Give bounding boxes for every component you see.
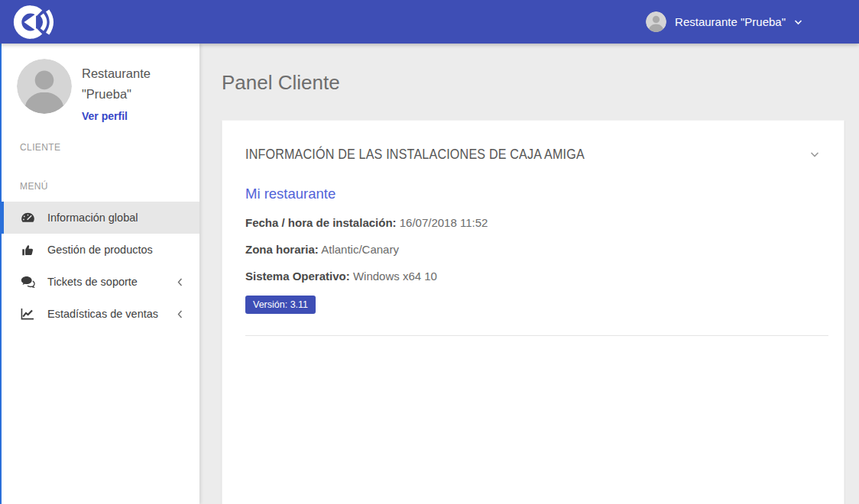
view-profile-link[interactable]: Ver perfil [82,110,128,122]
sidebar-item-informacion-global[interactable]: Información global [2,202,199,234]
topbar: Restaurante "Prueba" [0,0,859,44]
chevron-left-icon [177,310,183,318]
divider [245,335,828,336]
installations-card: INFORMACIÓN DE LAS INSTALACIONES DE CAJA… [222,120,844,504]
sidebar-item-label: Gestión de productos [47,244,183,256]
line-chart-icon [20,308,35,320]
section-label-cliente: CLIENTE [2,142,199,153]
sidebar-item-label: Tickets de soporte [47,276,177,288]
sidebar-profile: Restaurante "Prueba" Ver perfil [2,44,199,123]
sidebar-item-gestion-de-productos[interactable]: Gestión de productos [2,234,199,266]
sidebar-menu: Información global Gestión de productos … [2,202,199,330]
avatar [17,59,72,114]
thumbs-up-icon [20,244,35,257]
version-badge: Versión: 3.11 [245,296,316,314]
page-title: Panel Cliente [222,71,844,95]
chevron-down-icon [794,19,802,25]
avatar [646,11,666,32]
sidebar-item-label: Información global [47,212,183,224]
sidebar: Restaurante "Prueba" Ver perfil CLIENTE … [0,44,199,504]
field-install-datetime: Fecha / hora de instalación: 16/07/2018 … [245,216,821,229]
user-menu[interactable]: Restaurante "Prueba" [646,11,859,32]
dashboard-icon [20,212,35,224]
logo-icon [10,3,59,41]
field-value: 16/07/2018 11:52 [400,216,488,229]
section-label-menu: MENÚ [2,181,199,192]
field-timezone: Zona horaria: Atlantic/Canary [245,243,821,256]
field-value: Windows x64 10 [353,270,437,283]
field-value: Atlantic/Canary [321,243,399,256]
field-label: Zona horaria: [245,243,319,256]
chevron-down-icon [810,151,819,158]
restaurant-name-link[interactable]: Mi restaurante [245,186,335,202]
sidebar-item-label: Estadísticas de ventas [47,308,177,320]
topbar-user-name: Restaurante "Prueba" [675,15,786,28]
caja-amiga-logo[interactable] [0,3,59,41]
field-os: Sistema Operativo: Windows x64 10 [245,270,821,283]
chevron-left-icon [177,278,183,286]
field-label: Fecha / hora de instalación: [245,216,397,229]
main-content: Panel Cliente INFORMACIÓN DE LAS INSTALA… [199,44,859,504]
comments-icon [20,276,35,288]
sidebar-item-tickets-de-soporte[interactable]: Tickets de soporte [2,266,199,298]
collapse-card-button[interactable] [809,150,821,160]
card-title: INFORMACIÓN DE LAS INSTALACIONES DE CAJA… [245,147,585,163]
field-label: Sistema Operativo: [245,270,350,283]
sidebar-item-estadisticas-de-ventas[interactable]: Estadísticas de ventas [2,298,199,330]
profile-name: Restaurante "Prueba" [82,63,167,105]
